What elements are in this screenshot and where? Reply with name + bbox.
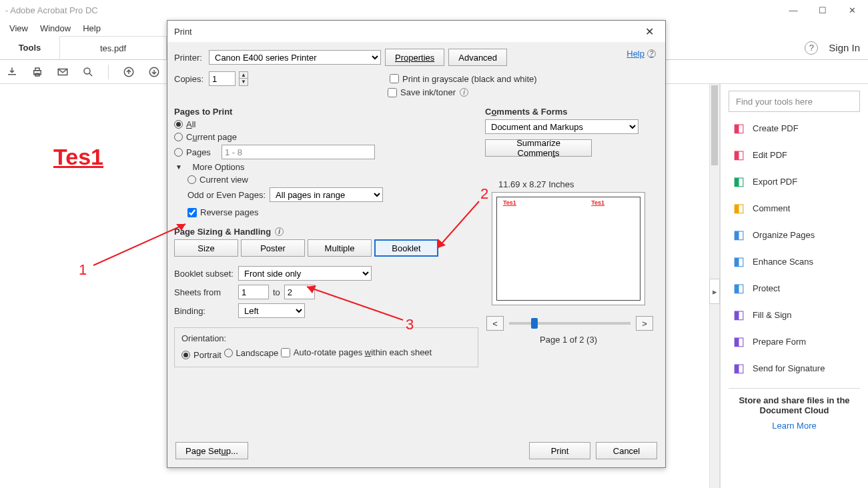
- comments-forms-title: Comments & Forms: [485, 107, 659, 117]
- summarize-comments-button[interactable]: Summarize Comments: [485, 139, 592, 157]
- menu-window[interactable]: Window: [36, 22, 75, 35]
- page-indicator: Page 1 of 2 (3): [485, 335, 652, 345]
- tool-label: Protect: [753, 283, 780, 293]
- auto-rotate-checkbox[interactable]: Auto-rotate pages within each sheet: [281, 347, 432, 357]
- panel-toggle[interactable]: ▸: [709, 279, 720, 304]
- tool-item-send-signature-icon[interactable]: ◧Send for Signature: [729, 355, 860, 381]
- close-button[interactable]: ✕: [837, 1, 867, 19]
- printer-select[interactable]: Canon E400 series Printer: [209, 50, 381, 65]
- size-button[interactable]: Size: [174, 239, 238, 257]
- page-sizing-title: Page Sizing & Handlingi: [174, 227, 478, 237]
- copies-down[interactable]: ▼: [239, 79, 248, 86]
- tool-label: Create PDF: [753, 123, 799, 133]
- next-page-icon[interactable]: [147, 65, 161, 79]
- multiple-button[interactable]: Multiple: [308, 239, 372, 257]
- comments-forms-select[interactable]: Document and Markups: [485, 119, 638, 134]
- radio-current-page[interactable]: Current page: [174, 132, 478, 142]
- dialog-title: Print: [174, 27, 192, 37]
- radio-all[interactable]: All: [174, 119, 478, 129]
- export-pdf-icon: ◧: [731, 174, 746, 189]
- page-setup-button[interactable]: Page Setup...: [175, 442, 248, 459]
- orientation-label: Orientation:: [181, 333, 471, 343]
- tool-label: Send for Signature: [753, 363, 825, 373]
- tool-item-export-pdf-icon[interactable]: ◧Export PDF: [729, 168, 860, 195]
- edit-pdf-icon: ◧: [731, 147, 746, 162]
- tool-label: Edit PDF: [753, 150, 787, 160]
- radio-portrait[interactable]: Portrait: [181, 350, 222, 360]
- preview-page-text-1: Tes1: [503, 199, 516, 206]
- email-icon[interactable]: [56, 65, 69, 79]
- dialog-close-button[interactable]: ✕: [640, 23, 659, 39]
- cancel-button[interactable]: Cancel: [596, 442, 657, 459]
- sheets-from-input[interactable]: [238, 285, 269, 299]
- poster-button[interactable]: Poster: [241, 239, 305, 257]
- tool-item-prepare-form-icon[interactable]: ◧Prepare Form: [729, 328, 860, 355]
- properties-button[interactable]: Properties: [385, 49, 444, 66]
- copies-up[interactable]: ▲: [239, 71, 248, 79]
- tool-label: Prepare Form: [753, 337, 806, 347]
- tools-tab[interactable]: Tools: [0, 36, 60, 59]
- odd-even-label: Odd or Even Pages:: [187, 190, 266, 200]
- tool-item-protect-icon[interactable]: ◧Protect: [729, 275, 860, 301]
- tool-item-enhance-scans-icon[interactable]: ◧Enhance Scans: [729, 248, 860, 275]
- preview-size-label: 11.69 x 8.27 Inches: [498, 179, 659, 189]
- tool-item-fill-sign-icon[interactable]: ◧Fill & Sign: [729, 301, 860, 328]
- print-preview: Tes1 Tes1: [492, 192, 645, 305]
- save-icon[interactable]: [5, 65, 19, 79]
- booklet-button[interactable]: Booklet: [374, 239, 438, 257]
- preview-prev-button[interactable]: <: [486, 316, 504, 331]
- protect-icon: ◧: [731, 281, 746, 295]
- maximize-button[interactable]: ☐: [808, 1, 837, 19]
- pages-to-print-title: Pages to Print: [174, 107, 478, 117]
- prev-page-icon[interactable]: [122, 65, 135, 79]
- tool-item-comment-icon[interactable]: ◧Comment: [729, 195, 860, 221]
- document-content-text: Tes1: [53, 144, 103, 170]
- tool-label: Enhance Scans: [753, 257, 813, 267]
- organize-pages-icon: ◧: [731, 227, 746, 242]
- svg-point-4: [84, 68, 90, 74]
- search-icon[interactable]: [81, 65, 95, 79]
- tool-item-create-pdf-icon[interactable]: ◧Create PDF: [729, 115, 860, 141]
- sheets-to-label: to: [273, 287, 280, 297]
- save-ink-checkbox[interactable]: Save ink/toner: [388, 87, 456, 97]
- printer-label: Printer:: [174, 53, 205, 63]
- radio-landscape[interactable]: Landscape: [224, 348, 279, 358]
- window-titlebar: - Adobe Acrobat Pro DC — ☐ ✕: [0, 0, 868, 20]
- app-title: - Adobe Acrobat Pro DC: [5, 5, 98, 15]
- document-tab[interactable]: tes.pdf: [60, 36, 167, 59]
- tool-item-edit-pdf-icon[interactable]: ◧Edit PDF: [729, 141, 860, 168]
- odd-even-select[interactable]: All pages in range: [270, 187, 383, 202]
- copies-input[interactable]: [209, 71, 236, 86]
- cloud-promo-text: Store and share files in the Document Cl…: [729, 395, 860, 415]
- preview-next-button[interactable]: >: [636, 316, 653, 331]
- svg-rect-1: [35, 68, 39, 71]
- document-tab-label: tes.pdf: [100, 43, 126, 53]
- binding-select[interactable]: Left: [238, 303, 305, 318]
- tool-label: Export PDF: [753, 177, 797, 187]
- more-options-toggle[interactable]: ▼ More Options: [175, 162, 478, 172]
- tools-search-input[interactable]: Find your tools here: [729, 91, 860, 112]
- copies-label: Copies:: [174, 74, 205, 84]
- menu-help[interactable]: Help: [79, 22, 105, 35]
- menu-view[interactable]: View: [5, 22, 32, 35]
- print-icon[interactable]: [31, 65, 44, 79]
- tool-item-organize-pages-icon[interactable]: ◧Organize Pages: [729, 221, 860, 248]
- fill-sign-icon: ◧: [731, 307, 746, 322]
- help-link[interactable]: Help?: [626, 49, 656, 59]
- sheets-from-label: Sheets from: [174, 287, 234, 297]
- minimize-button[interactable]: —: [779, 1, 808, 19]
- learn-more-link[interactable]: Learn More: [729, 421, 860, 431]
- advanced-button[interactable]: Advanced: [448, 49, 507, 66]
- radio-pages[interactable]: Pages: [174, 147, 211, 157]
- help-icon[interactable]: ?: [805, 41, 818, 55]
- sheets-to-input[interactable]: [284, 285, 315, 299]
- booklet-subset-select[interactable]: Front side only: [238, 266, 372, 281]
- grayscale-checkbox[interactable]: Print in grayscale (black and white): [390, 74, 537, 84]
- radio-current-view[interactable]: Current view: [187, 175, 478, 185]
- print-button[interactable]: Print: [529, 442, 590, 459]
- preview-slider[interactable]: [509, 322, 630, 325]
- reverse-pages-checkbox[interactable]: Reverse pages: [187, 207, 478, 217]
- info-icon[interactable]: i: [460, 88, 468, 97]
- sign-in-link[interactable]: Sign In: [829, 42, 860, 53]
- tool-label: Comment: [753, 203, 790, 213]
